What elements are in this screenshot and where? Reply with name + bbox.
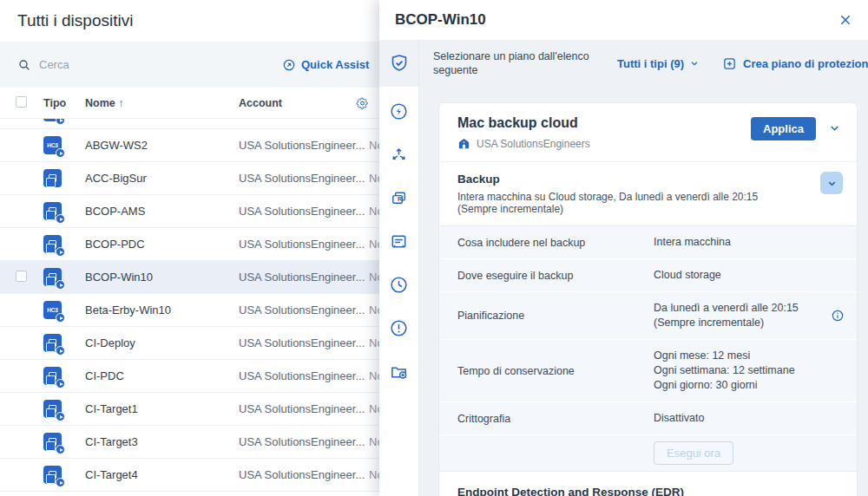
- backup-detail-row: Tempo di conservazione Ogni mese: 12 mes…: [439, 340, 857, 402]
- device-name: BCOP-Win10: [85, 271, 239, 284]
- column-header-type[interactable]: Tipo: [35, 97, 85, 109]
- device-name: CI-Target1: [85, 402, 239, 415]
- device-account: USA SolutionsEngineer...: [239, 336, 369, 349]
- remote-r-icon: R: [389, 188, 409, 208]
- protection-plan-card: Mac backup cloud USA SolutionsEngineers …: [438, 102, 858, 496]
- shield-check-icon: [389, 53, 410, 74]
- recovery-icon: [389, 145, 409, 165]
- device-account: USA SolutionsEngineer...: [239, 468, 369, 481]
- plan-chevron-down-icon[interactable]: [828, 117, 841, 134]
- device-account: USA SolutionsEngineer...: [239, 271, 369, 284]
- device-account: USA SolutionsEngineer...: [239, 139, 369, 152]
- sidebar-item-remote-r[interactable]: R: [379, 176, 418, 219]
- play-badge-icon: [56, 478, 65, 487]
- workstation-device-icon: [43, 367, 62, 385]
- column-header-name[interactable]: Nome ↑: [85, 97, 239, 109]
- clock-icon: [389, 275, 409, 295]
- workstation-device-icon: [43, 433, 62, 451]
- play-badge-icon: [56, 247, 65, 257]
- device-name: CI-Target3: [85, 435, 239, 448]
- panel-icon-strip: R: [379, 87, 419, 496]
- device-detail-panel: BCOP-Win10 Selezionare un piano dall'ele…: [379, 0, 868, 496]
- hc3-device-icon: HC3: [43, 136, 62, 154]
- device-name: BCOP-AMS: [85, 205, 239, 218]
- workstation-device-icon: [43, 202, 62, 220]
- device-account: USA SolutionsEngineer...: [239, 205, 369, 218]
- alert-icon: [389, 318, 409, 338]
- column-header-account[interactable]: Account: [239, 97, 369, 109]
- sidebar-item-protection[interactable]: [379, 40, 419, 87]
- play-badge-icon: [56, 346, 65, 356]
- workstation-device-icon: [43, 466, 62, 484]
- sidebar-item-details-doc[interactable]: [379, 219, 418, 263]
- sidebar-item-folder-add[interactable]: [379, 349, 418, 393]
- sidebar-item-recovery[interactable]: [379, 133, 418, 176]
- hc3-device-icon: HC3: [43, 119, 62, 121]
- device-name: CI-Target4: [85, 468, 239, 481]
- detail-label: Cosa includere nel backup: [457, 237, 654, 249]
- close-icon[interactable]: [838, 13, 852, 27]
- folder-add-icon: [389, 362, 409, 382]
- device-name: Beta-Erby-Win10: [85, 303, 239, 317]
- device-name: CI-PDC: [85, 369, 239, 382]
- play-badge-icon: [56, 280, 65, 290]
- chevron-down-icon: [689, 58, 700, 69]
- run-now-button[interactable]: Esegui ora: [654, 441, 733, 465]
- run-now-row: Esegui ora: [439, 435, 857, 472]
- sidebar-item-lightning[interactable]: [379, 89, 418, 133]
- plan-list-area: Mac backup cloud USA SolutionsEngineers …: [419, 87, 868, 496]
- detail-label: Pianificazione: [457, 310, 654, 322]
- play-badge-icon: [56, 148, 65, 158]
- detail-value: Intera macchina: [654, 235, 845, 250]
- backup-module-title: Backup: [457, 173, 841, 186]
- play-badge-icon: [56, 119, 65, 125]
- play-badge-icon: [56, 214, 65, 224]
- play-badge-icon: [56, 379, 65, 388]
- plan-select-prompt: Selezionare un piano dall'elenco seguent…: [433, 49, 617, 78]
- backup-module-summary: Intera macchina su Cloud storage, Da lun…: [457, 191, 841, 215]
- organization-icon: [457, 137, 470, 150]
- backup-collapse-button[interactable]: [820, 172, 843, 194]
- lightning-icon: [389, 101, 409, 121]
- device-name: CI-Deploy: [85, 336, 239, 349]
- panel-header: BCOP-Win10: [379, 0, 868, 40]
- sort-ascending-icon: ↑: [118, 97, 123, 109]
- device-account: USA SolutionsEngineer...: [239, 172, 369, 185]
- apply-button[interactable]: Applica: [751, 117, 816, 140]
- svg-text:R: R: [398, 196, 403, 203]
- detail-label: Dove eseguire il backup: [457, 270, 654, 282]
- quick-assist-label: Quick Assist: [301, 58, 369, 71]
- workstation-device-icon: [43, 235, 62, 253]
- quick-assist-button[interactable]: Quick Assist: [282, 58, 369, 72]
- play-badge-icon: [56, 313, 65, 323]
- create-plan-button[interactable]: Crea piano di protezione: [722, 56, 868, 71]
- search-input[interactable]: [39, 58, 213, 71]
- workstation-device-icon: [43, 334, 62, 352]
- info-icon[interactable]: [831, 309, 845, 323]
- sidebar-item-alert[interactable]: [379, 306, 418, 349]
- search-icon: [17, 58, 31, 72]
- plan-toolbar: Selezionare un piano dall'elenco seguent…: [379, 40, 868, 87]
- backup-detail-row: Pianificazione Da lunedì a venerdì alle …: [439, 292, 857, 340]
- workstation-device-icon: [43, 268, 62, 286]
- backup-detail-row: Dove eseguire il backup Cloud storage: [439, 259, 857, 292]
- play-badge-icon: [56, 445, 65, 454]
- sidebar-item-clock[interactable]: [379, 263, 418, 306]
- device-name: ACC-BigSur: [85, 172, 239, 185]
- device-account: USA SolutionsEngineer...: [239, 369, 369, 382]
- hc3-device-icon: HC3: [43, 301, 62, 319]
- select-all-checkbox[interactable]: [16, 96, 27, 108]
- plan-name: Mac backup cloud: [457, 115, 590, 131]
- quick-assist-icon: [282, 58, 296, 72]
- details-doc-icon: [389, 232, 409, 251]
- device-account: USA SolutionsEngineer...: [239, 402, 369, 415]
- plan-type-filter[interactable]: Tutti i tipi (9): [617, 57, 700, 70]
- column-settings-gear-icon[interactable]: [356, 96, 369, 109]
- row-checkbox[interactable]: [16, 271, 27, 282]
- detail-value: Disattivato: [654, 411, 845, 426]
- vm-device-icon: [43, 169, 62, 187]
- backup-detail-row: Crittografia Disattivato: [439, 402, 857, 435]
- detail-value: Cloud storage: [654, 268, 845, 283]
- device-name: ABGW-WS2: [85, 139, 239, 152]
- workstation-device-icon: [43, 400, 62, 418]
